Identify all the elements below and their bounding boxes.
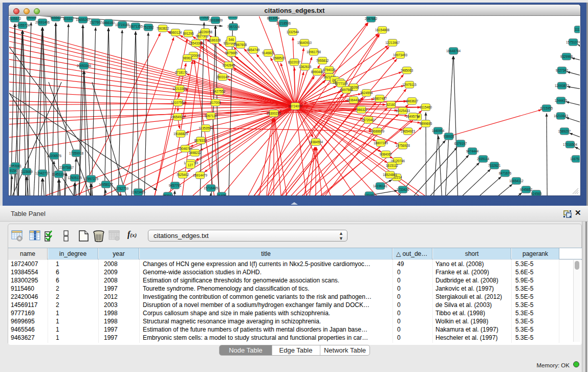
svg-text:91405: 91405	[217, 194, 226, 195]
svg-text:180317: 180317	[227, 16, 238, 18]
svg-text:2105572: 2105572	[9, 17, 21, 20]
svg-text:8322037: 8322037	[288, 60, 301, 64]
svg-text:14055724: 14055724	[15, 24, 30, 27]
svg-text:8186328: 8186328	[208, 38, 221, 42]
svg-text:7955812: 7955812	[316, 59, 329, 62]
svg-text:9777169: 9777169	[335, 82, 348, 85]
svg-text:1589297: 1589297	[558, 129, 571, 133]
svg-text:2718176: 2718176	[175, 71, 188, 74]
svg-text:6497568: 6497568	[340, 88, 353, 92]
svg-text:905561: 905561	[50, 16, 61, 19]
svg-text:62160: 62160	[386, 103, 396, 106]
svg-text:8960124: 8960124	[169, 31, 182, 34]
svg-text:20364436: 20364436	[346, 98, 361, 102]
svg-text:7663822: 7663822	[157, 27, 169, 30]
svg-text:12942737: 12942737	[35, 171, 50, 175]
svg-text:8215955: 8215955	[540, 106, 553, 110]
svg-text:6466160: 6466160	[102, 21, 115, 25]
svg-text:15640910: 15640910	[297, 41, 312, 45]
svg-text:8471676: 8471676	[499, 171, 512, 175]
svg-text:19654925: 19654925	[170, 115, 185, 119]
svg-text:10719185: 10719185	[115, 23, 130, 27]
svg-text:11451194: 11451194	[52, 172, 66, 176]
svg-text:1332544: 1332544	[287, 30, 299, 34]
svg-text:546: 546	[229, 38, 234, 41]
svg-text:7625402: 7625402	[177, 173, 189, 177]
svg-text:20206576: 20206576	[47, 154, 62, 158]
svg-text:8427552: 8427552	[213, 90, 226, 93]
svg-text:938928: 938928	[443, 135, 454, 138]
svg-text:9242848: 9242848	[223, 63, 235, 67]
svg-text:803317: 803317	[63, 17, 74, 20]
svg-text:25300215: 25300215	[267, 112, 281, 115]
svg-text:18724007: 18724007	[288, 104, 303, 108]
svg-text:5875685: 5875685	[225, 51, 238, 55]
svg-text:12213369: 12213369	[172, 87, 187, 91]
svg-text:9474444: 9474444	[466, 149, 479, 153]
svg-text:7485063: 7485063	[401, 69, 413, 72]
svg-text:1733426: 1733426	[397, 188, 409, 191]
svg-text:751552: 751552	[143, 26, 154, 29]
svg-text:17016504: 17016504	[563, 143, 578, 146]
svg-text:10107552: 10107552	[171, 101, 186, 104]
svg-text:11353594: 11353594	[199, 126, 213, 130]
svg-text:8990448: 8990448	[311, 70, 324, 74]
svg-text:6379197: 6379197	[454, 142, 467, 145]
svg-text:8678332: 8678332	[194, 139, 207, 142]
svg-text:12213967: 12213967	[385, 41, 400, 45]
svg-text:16914479: 16914479	[193, 173, 208, 177]
svg-text:10688609: 10688609	[370, 129, 385, 133]
svg-text:9463627: 9463627	[406, 99, 419, 103]
svg-text:3267130: 3267130	[205, 114, 217, 118]
svg-text:16543382: 16543382	[189, 41, 204, 45]
svg-text:15720407: 15720407	[361, 118, 376, 122]
svg-text:10961758: 10961758	[307, 50, 321, 54]
svg-text:19166825: 19166825	[173, 132, 188, 136]
svg-text:16671355: 16671355	[128, 25, 143, 28]
svg-text:190118: 190118	[26, 16, 37, 19]
svg-text:14196141: 14196141	[373, 184, 388, 188]
svg-text:891295: 891295	[183, 32, 194, 35]
svg-text:9457791: 9457791	[169, 184, 182, 187]
svg-text:23975867: 23975867	[59, 166, 74, 169]
svg-text:924565: 924565	[531, 192, 542, 195]
svg-text:9245652: 9245652	[520, 188, 533, 191]
svg-text:11923465: 11923465	[131, 190, 145, 194]
svg-text:2087682: 2087682	[365, 17, 378, 20]
svg-text:20053346: 20053346	[77, 64, 92, 68]
svg-text:16210643: 16210643	[554, 114, 569, 118]
svg-text:2935114: 2935114	[477, 157, 490, 161]
svg-text:10807487: 10807487	[373, 97, 387, 100]
svg-text:1640954: 1640954	[432, 129, 445, 133]
svg-text:17957225: 17957225	[84, 177, 99, 181]
svg-text:19756928: 19756928	[396, 144, 410, 147]
svg-text:16782759: 16782759	[114, 187, 129, 190]
svg-text:7357224: 7357224	[227, 25, 240, 29]
svg-text:2867608: 2867608	[234, 43, 247, 47]
svg-text:19384554: 19384554	[309, 140, 323, 144]
svg-text:9084067: 9084067	[380, 152, 393, 156]
svg-text:10958117: 10958117	[99, 183, 113, 186]
svg-text:3498222: 3498222	[189, 151, 202, 155]
svg-text:1167533: 1167533	[570, 157, 580, 161]
svg-text:39154: 39154	[9, 169, 17, 172]
svg-text:12093872: 12093872	[555, 84, 570, 87]
svg-text:18524861: 18524861	[383, 173, 398, 177]
svg-text:3624554: 3624554	[360, 91, 373, 95]
svg-text:417004: 417004	[210, 101, 221, 104]
svg-text:10654112: 10654112	[509, 179, 524, 183]
svg-text:11124: 11124	[575, 28, 580, 31]
svg-text:19654923: 19654923	[401, 129, 416, 133]
svg-text:1115689: 1115689	[20, 170, 33, 173]
svg-text:1588520: 1588520	[273, 56, 286, 60]
svg-text:17359918: 17359918	[69, 151, 84, 155]
svg-text:127: 127	[188, 163, 193, 167]
svg-text:9227342: 9227342	[556, 69, 569, 72]
svg-text:1244415: 1244415	[555, 99, 568, 102]
svg-text:2803144: 2803144	[216, 75, 229, 79]
svg-text:8454749: 8454749	[247, 48, 260, 52]
svg-text:18226058: 18226058	[198, 30, 213, 34]
svg-text:170163: 170163	[364, 193, 375, 195]
svg-text:1527602: 1527602	[90, 20, 102, 24]
svg-text:7986322: 7986322	[355, 108, 368, 112]
